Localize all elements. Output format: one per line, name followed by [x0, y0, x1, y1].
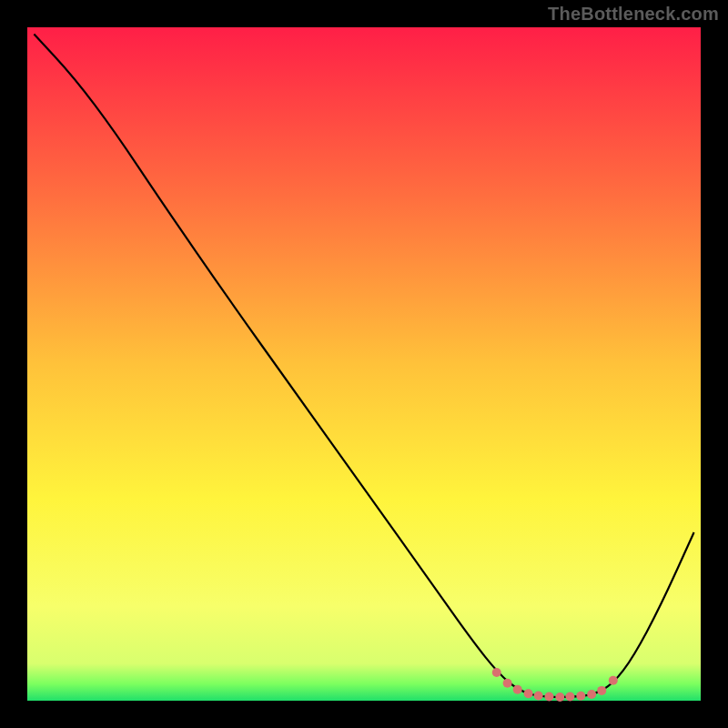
curve-marker: [576, 692, 585, 701]
curve-marker: [534, 691, 543, 700]
curve-marker: [555, 693, 564, 702]
plot-background: [27, 27, 701, 701]
watermark-text: TheBottleneck.com: [548, 4, 719, 25]
curve-marker: [503, 679, 512, 688]
curve-marker: [587, 690, 596, 699]
curve-marker: [565, 693, 574, 702]
curve-marker: [597, 686, 606, 695]
curve-marker: [492, 668, 501, 677]
chart-container: { "watermark": "TheBottleneck.com", "cha…: [0, 0, 728, 728]
curve-marker: [545, 693, 554, 702]
curve-marker: [524, 689, 533, 698]
curve-marker: [513, 685, 522, 694]
bottleneck-chart: [0, 0, 728, 728]
curve-marker: [609, 676, 618, 685]
